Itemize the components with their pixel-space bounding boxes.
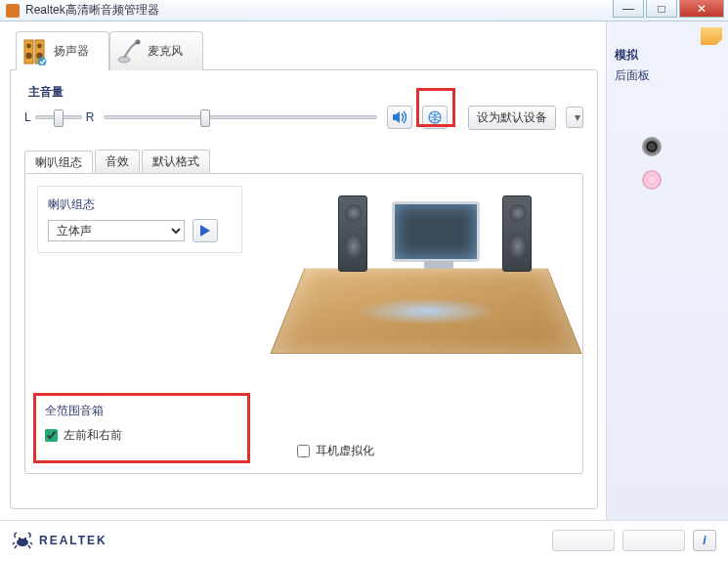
set-default-dropdown[interactable]: ▾ <box>566 107 583 128</box>
info-icon: i <box>703 534 706 547</box>
balance-L-label: L <box>24 110 31 124</box>
device-tabs: 扬声器 麦克风 <box>16 31 598 70</box>
set-default-label: 设为默认设备 <box>477 109 547 126</box>
speaker-config-panel: 喇叭组态 立体声 <box>24 173 583 474</box>
window-titlebar: Realtek高清晰音频管理器 — □ ✕ <box>0 0 728 22</box>
realtek-crab-icon <box>12 532 33 549</box>
volume-icon-button[interactable] <box>387 106 412 129</box>
jack-pink[interactable] <box>642 170 662 190</box>
sub-tabs: 喇叭组态 音效 默认格式 <box>24 150 583 173</box>
speaker-config-group: 喇叭组态 立体声 <box>37 186 242 253</box>
balance-slider[interactable] <box>35 115 82 119</box>
app-icon <box>6 4 20 18</box>
subtab-speaker-config[interactable]: 喇叭组态 <box>24 151 93 174</box>
sidebar-title: 模拟 <box>615 47 720 64</box>
main-volume-row: L R <box>24 103 583 132</box>
brand-label: REALTEK <box>39 534 107 547</box>
svg-point-8 <box>136 39 141 44</box>
tab-microphone[interactable]: 麦克风 <box>109 31 203 70</box>
master-volume-thumb[interactable] <box>200 109 210 127</box>
master-volume-slider[interactable] <box>104 115 377 119</box>
tab-microphone-label: 麦克风 <box>148 43 183 60</box>
room-floor <box>270 269 581 354</box>
room-monitor <box>392 201 480 262</box>
svg-point-12 <box>24 537 26 539</box>
microphone-icon <box>116 38 142 65</box>
balance-thumb[interactable] <box>54 109 64 127</box>
speaker-config-title: 喇叭组态 <box>48 196 232 213</box>
front-lr-checkbox[interactable] <box>45 429 58 442</box>
svg-point-2 <box>26 43 31 48</box>
test-play-button[interactable] <box>193 219 218 242</box>
room-speaker-right[interactable] <box>502 195 532 272</box>
main-volume-label: 主音量 <box>28 84 583 101</box>
full-range-title: 全范围音箱 <box>45 403 236 419</box>
balance-R-label: R <box>86 110 95 124</box>
speaker-config-select[interactable]: 立体声 <box>48 220 185 241</box>
svg-rect-0 <box>24 40 33 64</box>
folder-icon[interactable] <box>701 27 722 45</box>
front-lr-label: 左前和右前 <box>64 427 122 444</box>
main-panel: 主音量 L R <box>10 69 598 509</box>
subtab-sound-effects[interactable]: 音效 <box>95 150 140 173</box>
window-title: Realtek高清晰音频管理器 <box>25 2 159 19</box>
environment-button[interactable] <box>422 106 448 129</box>
full-range-group: 全范围音箱 左前和右前 <box>37 393 244 457</box>
room-speaker-left[interactable] <box>338 195 367 272</box>
play-icon <box>200 225 210 237</box>
set-default-device-button[interactable]: 设为默认设备 <box>468 106 556 130</box>
tab-speaker-label: 扬声器 <box>54 43 89 60</box>
close-button[interactable]: ✕ <box>679 0 724 18</box>
headphone-virtualization-row[interactable]: 耳机虚拟化 <box>297 443 374 459</box>
realtek-logo: REALTEK <box>12 532 107 549</box>
headphone-virtualization-label: 耳机虚拟化 <box>316 443 374 459</box>
volume-icon <box>392 110 407 124</box>
sidebar-sub: 后面板 <box>615 67 720 84</box>
tab-speaker[interactable]: 扬声器 <box>16 31 109 70</box>
globe-icon <box>428 110 442 124</box>
speaker-icon <box>22 38 48 65</box>
bottom-button-1[interactable] <box>552 530 615 551</box>
subtab-default-format[interactable]: 默认格式 <box>142 150 210 173</box>
speaker-room-illustration <box>279 184 573 399</box>
analog-sidebar: 模拟 后面板 <box>606 22 728 520</box>
maximize-button[interactable]: □ <box>646 0 677 18</box>
svg-point-11 <box>19 537 21 539</box>
front-lr-checkbox-row[interactable]: 左前和右前 <box>45 427 236 444</box>
svg-point-3 <box>37 43 42 48</box>
jack-black[interactable] <box>642 137 662 156</box>
bottom-button-2[interactable] <box>622 530 685 551</box>
svg-point-4 <box>25 52 31 58</box>
bottom-bar: REALTEK i <box>0 520 728 559</box>
info-button[interactable]: i <box>693 530 716 551</box>
headphone-virtualization-checkbox[interactable] <box>297 445 310 457</box>
svg-point-10 <box>17 539 28 546</box>
minimize-button[interactable]: — <box>613 0 644 18</box>
